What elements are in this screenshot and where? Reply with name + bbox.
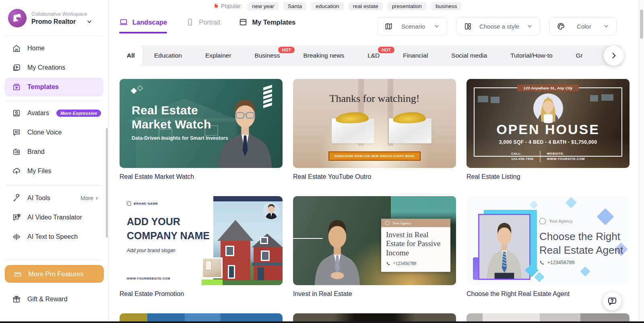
portrait-icon: [186, 18, 194, 27]
sidebar-item-label: Brand: [27, 148, 45, 155]
more-pro-features-button[interactable]: More Pro Features: [5, 265, 104, 283]
popular-tag[interactable]: education: [311, 2, 344, 10]
agency-row: Your Agency: [539, 218, 573, 224]
video-placeholder: [389, 118, 431, 143]
chevron-down-icon: [603, 23, 609, 29]
phone-row: +123456789: [539, 260, 574, 265]
category-breaking-news[interactable]: Breaking news: [291, 46, 356, 66]
sidebar-item-avatars[interactable]: Avatars More Expressive: [5, 104, 103, 122]
home-icon: [12, 44, 21, 53]
sidebar-item-brand[interactable]: Brand: [5, 143, 103, 161]
sidebar-item-label: AI Tools: [27, 195, 50, 202]
chevron-right-icon: [94, 196, 99, 201]
brand-logo-icon: [127, 201, 131, 206]
tab-portrait[interactable]: Portrait: [186, 18, 220, 33]
orientation-tabs: Landscape Portrait My Templates: [119, 18, 295, 33]
ai-tools-icon: [12, 194, 21, 203]
gold-paint-decoration: [335, 112, 369, 124]
template-thumbnail: Your Agency Invest in Real Estate for Pa…: [293, 196, 456, 285]
ai-tools-more-link[interactable]: More: [80, 195, 99, 201]
tab-landscape[interactable]: Landscape: [119, 18, 167, 33]
style-layout-icon: [464, 22, 472, 31]
template-card-real-estate-market-watch[interactable]: Real Estate Market Watch Data-Driven Ins…: [120, 79, 283, 180]
my-creations-icon: [12, 63, 21, 72]
template-card-choose-right-agent[interactable]: Your Agency Choose the Right Real Estate…: [466, 196, 630, 298]
chat-question-icon: [607, 296, 617, 306]
sidebar-item-ai-tools[interactable]: AI Tools More: [5, 189, 103, 207]
diamond-decoration: [580, 266, 590, 276]
category-social-media[interactable]: Social media: [440, 46, 499, 66]
sidebar-item-gift-reward[interactable]: Gift & Reward: [5, 290, 103, 309]
template-card-invest-in-real-estate[interactable]: Your Agency Invest in Real Estate for Pa…: [293, 196, 456, 298]
page-scrollbar-thumb[interactable]: [640, 10, 643, 39]
website-text: WWW.YOURWEBSITE.COM: [127, 277, 170, 280]
presenter-avatar: [211, 91, 279, 168]
template-thumbnail: Thanks for watching! SUBSCRIBE NOW FOR N…: [293, 79, 456, 168]
clone-voice-icon: [12, 128, 21, 137]
flame-icon: [213, 3, 219, 10]
interior-inset-photo: [202, 257, 223, 278]
address-badge: 123 Anywhere St., Any City: [517, 85, 579, 91]
dropdown-label: Choose a style: [479, 23, 519, 30]
template-card-real-estate-youtube-outro[interactable]: Thanks for watching! SUBSCRIBE NOW FOR N…: [293, 79, 456, 180]
brand-icon: [12, 147, 21, 156]
categories-next-button[interactable]: [604, 46, 624, 66]
red-house-illustration: [213, 209, 283, 285]
category-business[interactable]: BusinessHOT: [243, 46, 292, 66]
color-dropdown[interactable]: Color: [549, 17, 617, 35]
style-dropdown[interactable]: Choose a style: [456, 17, 540, 35]
template-caption: Real Estate Market Watch: [120, 173, 283, 180]
popular-tag[interactable]: new year: [248, 2, 279, 10]
agent-avatar: [533, 93, 563, 123]
diamond-decoration: [566, 197, 577, 208]
chevron-down-icon: [526, 23, 533, 29]
diamond-decoration: [597, 208, 614, 225]
template-card-real-estate-promotion[interactable]: BRAND NAME ADD YOUR COMPANY NAME Add you…: [120, 196, 283, 298]
sidebar-item-templates[interactable]: Templates: [5, 78, 103, 96]
diamond-decoration: [137, 85, 143, 91]
scenario-dropdown[interactable]: Scenario: [377, 17, 447, 35]
template-thumbnail: 123 Anywhere St., Any City OPEN HOUSE 3,…: [466, 79, 630, 168]
crown-icon: [13, 269, 23, 279]
category-explainer[interactable]: Explainer: [194, 46, 243, 66]
sidebar-item-home[interactable]: Home: [5, 39, 103, 58]
page-scrollbar-track[interactable]: [639, 0, 644, 323]
divider: [6, 260, 103, 260]
template-caption: Invest in Real Estate: [293, 290, 456, 298]
sidebar-nav-ai-tools: AI Tools More AI Video Translator AI Tex…: [0, 186, 108, 246]
help-chat-button[interactable]: [603, 292, 621, 311]
sidebar-item-ai-video-translator[interactable]: AI Video Translator: [5, 208, 103, 227]
popular-tag[interactable]: business: [431, 2, 461, 10]
category-tutorial[interactable]: Tutorial/How-to: [499, 46, 564, 66]
category-ld[interactable]: L&DHOT: [356, 46, 391, 66]
sidebar-item-my-files[interactable]: My Files: [5, 162, 103, 180]
category-education[interactable]: Education: [142, 46, 194, 66]
phone-row: +123456789: [381, 257, 450, 266]
sidebar-item-label: Gift & Reward: [27, 296, 68, 303]
sidebar: Collaborative Workspace Promo Realtor Ho…: [0, 0, 109, 323]
workspace-switcher[interactable]: Collaborative Workspace Promo Realtor: [0, 0, 108, 27]
sidebar-scrollbar[interactable]: [106, 128, 108, 238]
popular-tag[interactable]: presentation: [388, 2, 426, 10]
chevron-right-icon: [610, 52, 618, 60]
color-palette-icon: [557, 22, 565, 31]
subscribe-banner: SUBSCRIBE NOW FOR NEW VIDEOS EVERY WEEK: [328, 151, 421, 161]
category-truncated[interactable]: Gr: [564, 46, 583, 66]
agency-text-card: Your Agency Invest in Real Estate for Pa…: [381, 219, 450, 272]
sidebar-item-my-creations[interactable]: My Creations: [5, 58, 103, 77]
popular-tag[interactable]: real estate: [349, 2, 383, 10]
tab-label: Landscape: [132, 19, 167, 26]
popular-tag[interactable]: Santa: [283, 2, 306, 10]
tab-my-templates[interactable]: My Templates: [239, 18, 295, 33]
diamond-decoration: [131, 88, 137, 94]
sidebar-item-clone-voice[interactable]: Clone Voice: [5, 123, 103, 142]
sidebar-item-ai-text-to-speech[interactable]: AI Text to Speech: [5, 228, 103, 246]
agency-logo-icon: [539, 218, 546, 224]
sidebar-item-label: Home: [27, 45, 45, 52]
category-all[interactable]: All: [119, 46, 142, 66]
green-color-block: [202, 280, 223, 285]
category-financial[interactable]: Financial: [391, 46, 440, 66]
template-card-real-estate-listing[interactable]: 123 Anywhere St., Any City OPEN HOUSE 3,…: [466, 79, 630, 180]
chevron-down-icon: [86, 19, 93, 25]
diamond-decoration: [530, 201, 538, 209]
